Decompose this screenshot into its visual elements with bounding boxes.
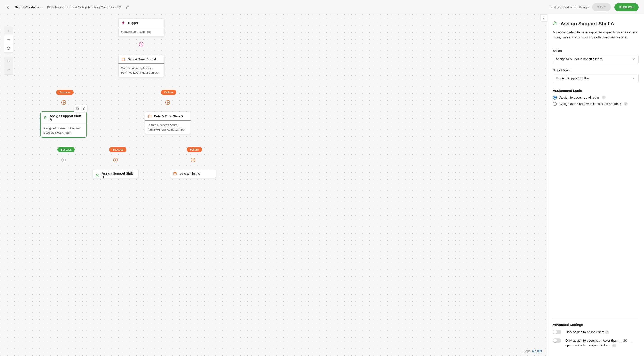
edit-name-icon[interactable]: [126, 5, 130, 9]
add-step-button[interactable]: [191, 157, 196, 162]
adv-online-label: Only assign to online users: [565, 330, 604, 334]
node-trigger[interactable]: Trigger Conversation Opened: [118, 19, 164, 37]
radio-label: Assign to the user with least open conta…: [560, 102, 621, 106]
node-config-panel: Assign Support Shift A Allows a contact …: [547, 14, 644, 356]
calendar-icon: [173, 172, 177, 176]
add-step-button[interactable]: [61, 157, 66, 162]
workflow-title: Route Contacts...: [15, 5, 42, 9]
help-icon[interactable]: ?: [602, 96, 606, 99]
steps-indicator: Steps: 6 / 100: [522, 349, 542, 353]
radio-icon: [553, 102, 557, 106]
node-body: Within business hours - (GMT+08:00) Kual…: [118, 64, 164, 77]
branch-label-success: Success: [56, 90, 74, 95]
node-date-time-c[interactable]: Date & Time C: [170, 169, 216, 178]
calendar-icon: [121, 57, 125, 61]
advanced-settings-label: Advanced Settings: [553, 323, 638, 327]
svg-rect-7: [76, 108, 78, 109]
workflow-breadcrumb: KB Inbound Support Setup-Routing Contact…: [47, 5, 121, 9]
add-step-button[interactable]: [139, 42, 144, 47]
duplicate-node-button[interactable]: [74, 105, 81, 112]
adv-fewer-than-label: Only assign to users with fewer than ope…: [565, 338, 638, 348]
logic-least-open-option[interactable]: Assign to the user with least open conta…: [553, 102, 638, 106]
svg-point-12: [96, 174, 98, 175]
add-step-button[interactable]: [165, 100, 170, 105]
svg-rect-2: [122, 58, 125, 61]
node-quick-actions: [74, 105, 88, 112]
logic-round-robin-option[interactable]: Assign to users round robin ?: [553, 96, 638, 100]
assign-user-icon: [44, 116, 48, 120]
node-date-time-a[interactable]: Date & Time Step A Within business hours…: [118, 55, 164, 77]
workflow-canvas[interactable]: Trigger Conversation Opened Date & Time …: [0, 14, 547, 356]
header-bar: Route Contacts... KB Inbound Support Set…: [0, 0, 644, 14]
svg-rect-13: [174, 173, 176, 175]
radio-icon: [553, 96, 557, 100]
team-label: Select Team: [553, 68, 638, 72]
node-title: Date & Time C: [179, 172, 200, 175]
toggle-online-only[interactable]: [553, 330, 561, 334]
save-button: SAVE: [592, 3, 611, 11]
svg-point-14: [554, 22, 556, 23]
node-date-time-b[interactable]: Date & Time Step B Within business hours…: [145, 112, 191, 134]
redo-button[interactable]: [4, 66, 13, 74]
add-step-button[interactable]: [61, 100, 66, 105]
branch-label-failure: Failure: [187, 147, 202, 152]
branch-label-success: Success: [109, 147, 126, 152]
branch-label-success: Success: [58, 147, 75, 152]
radio-label: Assign to users round robin: [560, 96, 599, 99]
node-title: Date & Time Step A: [128, 58, 156, 61]
assign-user-icon: [553, 21, 558, 27]
help-icon[interactable]: ?: [612, 344, 616, 347]
calendar-icon: [148, 114, 152, 118]
team-value: English Support Shift A: [556, 77, 589, 80]
delete-node-button[interactable]: [81, 105, 88, 112]
divider: [553, 45, 638, 45]
panel-description: Allows a contact to be assigned to a spe…: [553, 30, 638, 40]
node-title: Assign Support Shift B: [102, 172, 136, 178]
help-icon[interactable]: ?: [624, 102, 628, 106]
panel-title-text: Assign Support Shift A: [560, 21, 614, 27]
node-title: Trigger: [128, 21, 138, 25]
node-title: Assign Support Shift A: [50, 114, 84, 121]
assign-user-icon: [96, 173, 100, 177]
team-select[interactable]: English Support Shift A: [553, 74, 638, 83]
back-arrow-icon[interactable]: [6, 5, 10, 10]
publish-button[interactable]: PUBLISH: [614, 3, 638, 11]
collapse-panel-button[interactable]: [540, 14, 547, 22]
lightning-icon: [121, 21, 125, 25]
action-label: Action: [553, 49, 638, 53]
history-controls: [4, 57, 13, 75]
svg-rect-6: [77, 108, 78, 110]
divider: [553, 318, 638, 318]
toggle-fewer-than[interactable]: [553, 338, 561, 343]
svg-point-5: [44, 116, 46, 118]
node-body: Assigned to user in English Support Shif…: [41, 124, 86, 137]
undo-button[interactable]: [4, 57, 13, 66]
connector-lines: [0, 14, 67, 48]
node-body: Conversation Opened: [118, 27, 164, 36]
chevron-down-icon: [632, 76, 636, 80]
add-step-button[interactable]: [113, 157, 118, 162]
action-value: Assign to a user in specific team: [556, 57, 602, 61]
assignment-logic-label: Assignment Logic: [553, 89, 638, 92]
fewer-than-input[interactable]: [619, 338, 632, 343]
node-assign-shift-a[interactable]: Assign Support Shift A Assigned to user …: [40, 112, 86, 137]
action-select[interactable]: Assign to a user in specific team: [553, 55, 638, 64]
node-title: Date & Time Step B: [154, 114, 183, 118]
node-assign-shift-b[interactable]: Assign Support Shift B: [92, 169, 138, 178]
node-body: Within business hours - (GMT+08:00) Kual…: [145, 121, 190, 134]
svg-rect-9: [148, 115, 151, 118]
chevron-down-icon: [632, 57, 636, 61]
help-icon[interactable]: ?: [605, 330, 609, 334]
branch-label-failure: Failure: [161, 90, 176, 95]
last-updated-text: Last updated a month ago: [550, 5, 589, 9]
